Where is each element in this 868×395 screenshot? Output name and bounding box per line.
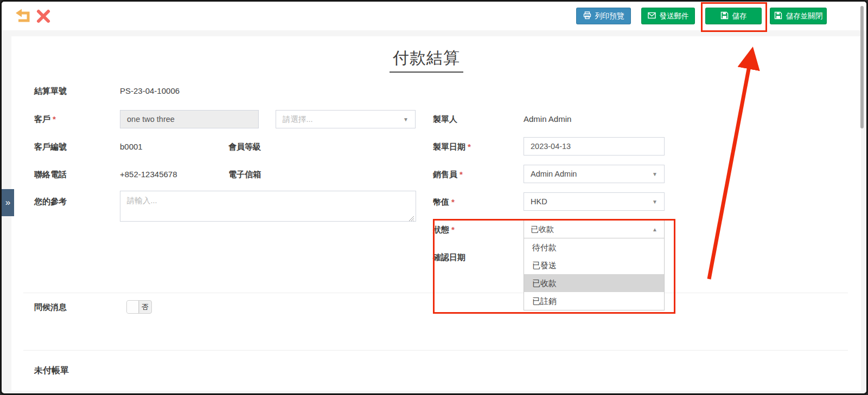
currency-select[interactable]: HKD ▼ [524,192,665,211]
status-label: 狀態* [433,225,455,235]
double-chevron-right-icon: » [5,197,10,208]
floppy-save-icon [720,11,729,21]
send-email-label: 發送郵件 [660,11,689,21]
print-preview-label: 列印預覽 [595,11,624,21]
section-divider [23,293,848,293]
customer-select[interactable]: 請選擇... ▼ [276,110,416,128]
confirm-date-label: 確認日期 [433,252,465,263]
create-date-input[interactable] [524,137,665,156]
settlement-no-label: 結算單號 [34,86,67,96]
customer-select-placeholder: 請選擇... [283,114,313,125]
salesperson-select[interactable]: Admin Admin ▼ [524,165,665,183]
customer-no-label: 客戶編號 [34,142,67,152]
salesperson-label: 銷售員* [433,170,463,180]
customer-no-value: b0001 [120,142,143,151]
settlement-no-value: PS-23-04-10006 [120,86,180,95]
status-option-sent[interactable]: 已發送 [524,256,664,274]
customer-input[interactable] [120,110,259,128]
contact-phone-label: 聯絡電話 [34,170,67,180]
back-button[interactable] [15,8,32,25]
salesperson-select-value: Admin Admin [531,170,577,178]
your-reference-label: 您的參考 [34,197,67,207]
page-title-wrap: 付款結算 [2,47,851,73]
toolbar: 列印預覽 發送郵件 儲存 [2,2,866,30]
status-select-value: 已收款 [531,224,554,235]
page-title: 付款結算 [390,47,463,73]
customer-label: 客戶* [34,114,56,125]
printer-icon [583,11,591,21]
unpaid-bills-section-title: 未付帳單 [34,365,69,377]
send-email-button[interactable]: 發送郵件 [641,8,695,24]
toggle-state-label: 否 [139,301,151,313]
panel-expand-tab[interactable]: » [2,189,14,216]
creator-value: Admin Admin [524,114,571,124]
save-and-close-label: 儲存並關閉 [786,11,823,21]
status-select[interactable]: 已收款 ▲ [524,220,665,238]
close-x-icon [35,18,52,26]
contact-phone-value: +852-12345678 [120,170,177,179]
toggle-knob [127,301,139,313]
chevron-down-icon: ▼ [652,171,658,177]
payment-settlement-window: 列印預覽 發送郵件 儲存 [0,0,868,395]
status-option-received[interactable]: 已收款 [524,274,664,292]
currency-label: 幣值* [433,197,455,208]
close-button[interactable] [35,7,52,26]
floppy-save-icon [774,11,782,21]
creator-label: 製單人 [433,114,457,125]
status-dropdown-panel: 待付款 已發送 已收款 已註銷 [524,238,665,310]
chevron-down-icon: ▼ [652,199,658,205]
back-arrow-icon [15,17,32,25]
greeting-toggle[interactable]: 否 [126,300,152,314]
chevron-down-icon: ▼ [403,116,409,122]
scrollbar-thumb[interactable] [860,6,864,128]
currency-select-value: HKD [531,197,547,206]
chevron-up-icon: ▲ [652,226,658,232]
save-label: 儲存 [732,11,747,21]
status-option-pending[interactable]: 待付款 [524,238,664,256]
save-and-close-button[interactable]: 儲存並關閉 [770,8,827,24]
status-option-voided[interactable]: 已註銷 [524,292,664,310]
create-date-label: 製單日期* [433,142,471,152]
email-label: 電子信箱 [228,170,261,180]
member-level-label: 會員等級 [228,142,261,152]
your-reference-textarea[interactable] [120,191,416,222]
envelope-icon [648,11,656,21]
print-preview-button[interactable]: 列印預覽 [576,8,631,24]
greeting-label: 問候消息 [34,302,67,313]
save-button[interactable]: 儲存 [705,8,762,24]
section-divider [23,350,848,351]
